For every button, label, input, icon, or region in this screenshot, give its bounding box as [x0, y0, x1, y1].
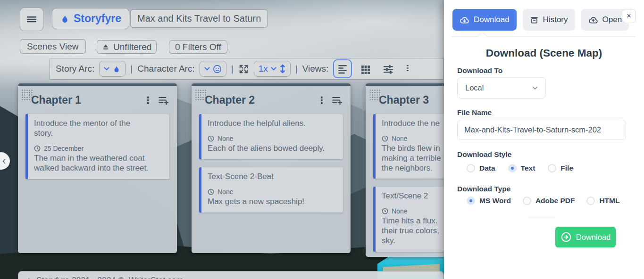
radio-circle[interactable] — [467, 164, 475, 172]
toolbar-divider: | — [231, 64, 234, 74]
scene-card[interactable]: Introduce the mentor of the story. 25 De… — [25, 114, 169, 179]
view-columns-button[interactable] — [402, 60, 420, 78]
views-label: Views: — [302, 64, 329, 74]
flame-icon — [112, 64, 121, 74]
footer-bar: Storyfyre 2021 - 2024 ©. WriterStat.com — [18, 271, 444, 279]
chapter-title: Chapter 1 — [31, 94, 138, 107]
radio-file-label: File — [560, 164, 573, 172]
radio-circle-selected[interactable] — [467, 197, 475, 205]
chevron-left-icon: ‹ — [2, 156, 6, 166]
board-toolbar: Story Arc: | Character Arc: | 1x — [50, 58, 444, 80]
chevron-down-icon — [271, 67, 276, 71]
download-to-select[interactable]: Local — [457, 77, 546, 98]
radio-data-label: Data — [479, 164, 495, 172]
clock-icon — [382, 208, 388, 214]
chapter-card: Chapter 1 ⋮ Introduce the mentor of the … — [18, 83, 177, 253]
menu-button[interactable] — [20, 8, 43, 31]
radio-ms-word-label: MS Word — [479, 197, 511, 205]
view-list-button[interactable] — [333, 59, 352, 78]
radio-html-label: HTML — [599, 197, 619, 205]
chevron-down-icon — [532, 86, 538, 90]
scene-title: Introduce the mentor of the story. — [34, 118, 163, 138]
scenes-view-badge[interactable]: Scenes View — [20, 39, 86, 54]
radio-adobe-pdf[interactable]: Adobe PDF — [523, 197, 575, 205]
radio-circle[interactable] — [548, 164, 556, 172]
filters-count-label: 0 Filters Off — [175, 42, 221, 52]
vertical-resize-icon[interactable] — [279, 64, 286, 74]
clock-icon — [382, 135, 388, 142]
clock-icon — [208, 135, 214, 142]
zoom-control[interactable]: 1x — [254, 61, 291, 77]
radio-html[interactable]: HTML — [586, 197, 619, 205]
cloud-download-icon — [460, 16, 469, 24]
drag-handle-icon[interactable] — [195, 89, 207, 101]
tab-download-label: Download — [474, 15, 510, 25]
filter-status-label: Unfiltered — [113, 42, 151, 52]
tab-open-label: Open — [602, 15, 622, 25]
drag-handle-icon[interactable] — [369, 89, 381, 101]
scene-date: None — [217, 135, 233, 142]
expand-icon[interactable] — [238, 64, 249, 74]
radio-ms-word[interactable]: MS Word — [467, 197, 511, 205]
chevron-down-icon — [204, 67, 210, 71]
story-title[interactable]: Max and Kits Travel to Saturn — [130, 9, 268, 28]
filters-count-badge[interactable]: 0 Filters Off — [169, 40, 227, 54]
zoom-level: 1x — [259, 64, 268, 74]
file-name-label: File Name — [457, 108, 492, 117]
cloud-upload-icon — [588, 16, 598, 24]
download-to-value: Local — [465, 83, 484, 92]
download-style-label: Download Style — [457, 150, 511, 159]
scene-card[interactable]: Introduce the helpful aliens. None Each … — [199, 114, 343, 159]
scene-date: None — [217, 188, 233, 196]
radio-data[interactable]: Data — [467, 164, 495, 172]
chapter-menu-button[interactable]: ⋮ — [138, 95, 158, 105]
chapter-title: Chapter 2 — [205, 94, 312, 107]
app-root: Storyfyre Max and Kits Travel to Saturn … — [0, 0, 644, 279]
scene-description: The man in the weathered coat walked bac… — [34, 154, 163, 173]
clock-icon — [208, 189, 214, 195]
file-name-input[interactable] — [457, 120, 626, 140]
story-arc-select[interactable] — [99, 61, 125, 77]
tab-history-label: History — [543, 15, 568, 25]
character-arc-select[interactable] — [200, 61, 226, 77]
chevron-down-icon — [104, 67, 109, 71]
scene-title: Text-Scene 2-Beat — [208, 172, 337, 181]
tab-history[interactable]: History — [523, 9, 575, 31]
tab-pointer-notch — [477, 32, 487, 41]
filter-status-badge[interactable]: Unfiltered — [97, 40, 157, 54]
toolbar-divider: | — [295, 64, 298, 74]
view-sliders-button[interactable] — [379, 60, 397, 78]
download-submit-label: Download — [576, 233, 611, 242]
add-scene-icon[interactable] — [158, 95, 169, 106]
download-submit-button[interactable]: Download — [555, 227, 616, 247]
character-arc-label: Character Arc: — [137, 64, 194, 74]
add-scene-icon[interactable] — [331, 95, 343, 106]
scene-title: Introduce the helpful aliens. — [208, 118, 337, 128]
chapter-menu-button[interactable]: ⋮ — [312, 95, 331, 105]
close-icon: × — [627, 11, 631, 21]
download-panel: Download History Open × Download (Scene … — [444, 0, 644, 279]
radio-text-label: Text — [521, 164, 535, 172]
radio-circle[interactable] — [523, 197, 531, 205]
chapter-card: Chapter 2 ⋮ Introduce the helpful aliens… — [192, 83, 351, 253]
story-title-text: Max and Kits Travel to Saturn — [137, 13, 261, 24]
download-type-group: MS Word Adobe PDF HTML — [467, 197, 619, 205]
scene-date: 25 December — [44, 145, 84, 152]
scene-date: None — [392, 207, 407, 215]
scene-card[interactable]: Text-Scene 2-Beat None Max gets a new sp… — [199, 167, 343, 213]
close-panel-button[interactable]: × — [622, 9, 636, 23]
drag-handle-icon[interactable] — [21, 89, 33, 101]
archive-icon — [530, 16, 539, 25]
view-grid-button[interactable] — [357, 60, 375, 78]
scenes-view-label: Scenes View — [27, 41, 79, 52]
filter-eject-icon — [102, 43, 109, 51]
form-divider — [528, 217, 555, 217]
radio-circle[interactable] — [586, 197, 595, 205]
circle-arrow-icon — [560, 231, 572, 243]
tab-download[interactable]: Download — [452, 9, 517, 31]
radio-adobe-pdf-label: Adobe PDF — [535, 197, 575, 205]
radio-text[interactable]: Text — [508, 164, 535, 172]
radio-circle-selected[interactable] — [508, 164, 517, 172]
app-logo[interactable]: Storyfyre — [52, 8, 129, 29]
radio-file[interactable]: File — [548, 164, 573, 172]
